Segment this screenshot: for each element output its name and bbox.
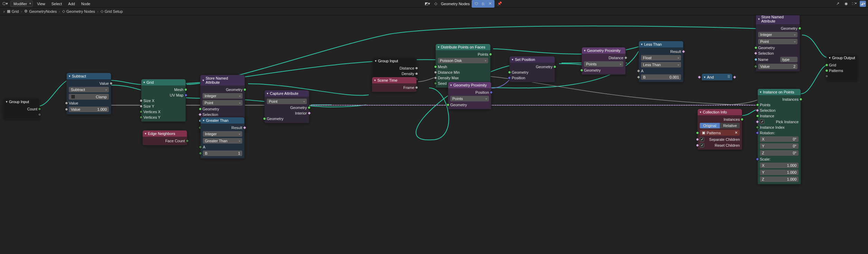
node-header[interactable]: ▾Scene Time <box>372 77 416 83</box>
node-header[interactable]: ▾Edge Neighbors <box>143 130 187 137</box>
node-header[interactable]: ▾Greater Than <box>201 117 244 124</box>
node-header[interactable]: ▾Instance on Points <box>758 89 801 95</box>
socket-out[interactable] <box>733 75 736 79</box>
socket-out[interactable] <box>185 139 189 143</box>
socket-out[interactable] <box>740 118 744 121</box>
b-field[interactable]: B0.001 <box>641 74 681 80</box>
scale-y-field[interactable]: Y1.000 <box>760 170 799 175</box>
socket-out[interactable] <box>681 49 685 53</box>
socket-out[interactable] <box>243 88 246 91</box>
tool-icon[interactable]: ◪▾ <box>860 1 866 7</box>
socket-in[interactable] <box>754 46 757 49</box>
socket-in[interactable] <box>754 51 757 55</box>
overlay-icon[interactable]: ◉ <box>843 1 849 7</box>
node-geometry-proximity-2[interactable]: ▾Geometry Proximity Position Points Geom… <box>448 82 491 109</box>
socket-in[interactable] <box>434 65 437 69</box>
node-instance-on-points[interactable]: ▾Instance on Points Instances Points Sel… <box>757 89 801 184</box>
socket-in[interactable] <box>756 103 759 107</box>
socket-in[interactable] <box>754 64 757 68</box>
node-header[interactable]: ▾Group Output <box>827 55 857 61</box>
domain-dropdown[interactable]: Point <box>758 39 798 44</box>
value-field[interactable]: Value2 <box>758 64 798 69</box>
clamp-checkbox[interactable]: Clamp <box>69 94 109 100</box>
socket-in[interactable] <box>198 151 202 155</box>
node-set-position[interactable]: ▾Set Position Geometry Geometry Position <box>509 56 555 82</box>
socket-in[interactable] <box>825 64 828 67</box>
node-greater-than[interactable]: ▾Greater Than Result Integer Greater Tha… <box>200 117 245 158</box>
socket-in[interactable] <box>755 125 759 129</box>
modifier-dropdown[interactable]: Modifier <box>10 1 33 7</box>
node-edge-neighbors[interactable]: ▾Edge Neighbors Face Count <box>142 130 187 145</box>
domain-dropdown[interactable]: Point <box>267 99 307 104</box>
socket-out[interactable] <box>184 93 188 97</box>
socket-out[interactable] <box>308 106 311 109</box>
value-field[interactable]: Value1.000 <box>69 107 109 112</box>
node-grid[interactable]: ▾Grid Mesh UV Map Size X Size Y Vertices… <box>141 79 186 122</box>
socket-in[interactable] <box>755 108 759 112</box>
socket-in[interactable] <box>140 105 143 108</box>
rot-z-field[interactable]: Z0° <box>760 150 799 156</box>
name-field[interactable]: type <box>780 57 798 62</box>
socket-in[interactable] <box>65 108 68 111</box>
arrow-icon[interactable]: ↗ <box>835 1 841 7</box>
socket-in[interactable] <box>198 112 202 116</box>
socket-out[interactable] <box>38 108 41 111</box>
crumb-grid-setup[interactable]: ◇ Grid Setup <box>101 9 123 13</box>
mode-dropdown[interactable]: Points <box>584 61 623 67</box>
node-header[interactable]: ▾Grid <box>141 79 186 85</box>
socket-in[interactable] <box>434 82 437 85</box>
crumb-geometrynodes-mod[interactable]: ⚙ GeometryNodes <box>24 9 57 13</box>
node-scene-time[interactable]: ▾Scene Time Frame <box>372 77 417 92</box>
pick-instance-checkbox[interactable] <box>760 119 764 124</box>
socket-out[interactable] <box>415 67 418 70</box>
datatype-dropdown[interactable]: Integer <box>202 93 243 99</box>
socket-out[interactable] <box>307 111 311 115</box>
socket-in[interactable] <box>754 58 757 61</box>
socket-out[interactable] <box>415 86 418 89</box>
rot-y-field[interactable]: Y0° <box>760 143 799 149</box>
node-header[interactable]: ▾Set Position <box>510 56 555 63</box>
socket-in-blank[interactable] <box>825 75 828 78</box>
socket-out[interactable] <box>799 98 802 101</box>
node-header[interactable]: ▾Store Named Attribute <box>200 75 245 85</box>
mode-dropdown[interactable]: Poisson Disk <box>438 58 488 63</box>
domain-dropdown[interactable]: Point <box>202 100 243 106</box>
socket-out[interactable] <box>798 27 801 30</box>
node-math-subtract[interactable]: ▾Subtract Value Subtract Clamp Value Val… <box>66 73 111 115</box>
node-header[interactable]: ▾Subtract <box>67 73 111 79</box>
menu-node[interactable]: Node <box>79 1 92 7</box>
space-toggle[interactable]: OriginalRelative <box>700 123 740 128</box>
node-header[interactable]: ▾And⠿ <box>702 74 732 80</box>
node-header[interactable]: ▾Geometry Proximity <box>582 47 625 54</box>
copy-icon[interactable]: ⎘ <box>480 1 486 7</box>
node-header[interactable]: ▾Capture Attribute <box>265 90 309 97</box>
math-mode-dropdown[interactable]: Subtract <box>69 87 109 92</box>
pin-icon[interactable]: 📌 <box>497 1 503 7</box>
node-geometry-proximity-1[interactable]: ▾Geometry Proximity Distance Points Geom… <box>582 47 626 75</box>
node-group-output[interactable]: ▾Group Output Grid Patterns <box>827 54 858 81</box>
socket-in[interactable] <box>636 69 640 73</box>
node-distribute-points[interactable]: ▾Distribute Points on Faces Points Poiss… <box>435 44 491 88</box>
socket-in[interactable] <box>446 103 450 107</box>
socket-out[interactable] <box>415 72 418 75</box>
node-header[interactable]: ▾Collection Info <box>698 109 742 115</box>
socket-in[interactable] <box>755 131 759 135</box>
node-collection-info[interactable]: ▾Collection Info Instances OriginalRelat… <box>697 109 742 150</box>
object-icon[interactable]: ◩▾ <box>424 1 431 7</box>
unlink-icon[interactable]: ✕ <box>487 1 493 7</box>
socket-in[interactable] <box>508 71 511 74</box>
snap-icon[interactable]: ⸬▾ <box>851 1 858 7</box>
scale-x-field[interactable]: X1.000 <box>760 163 799 168</box>
datatype-dropdown[interactable]: Integer <box>203 131 242 137</box>
socket-in[interactable] <box>696 144 699 147</box>
socket-in[interactable] <box>697 75 701 79</box>
menu-add[interactable]: Add <box>66 1 77 7</box>
node-editor-canvas[interactable]: ▾Group Input Count ▾Subtract Value Subtr… <box>0 15 868 254</box>
node-header[interactable]: ▾Group Input <box>373 58 416 64</box>
socket-in[interactable] <box>580 69 583 72</box>
mode-dropdown[interactable]: Less Than <box>641 62 681 67</box>
socket-out[interactable] <box>624 56 628 60</box>
node-capture-attribute[interactable]: ▾Capture Attribute Point Geometry Interi… <box>264 90 309 123</box>
node-header[interactable]: ▾Store Named Attribute <box>756 15 800 24</box>
reset-children-checkbox[interactable] <box>700 143 704 147</box>
